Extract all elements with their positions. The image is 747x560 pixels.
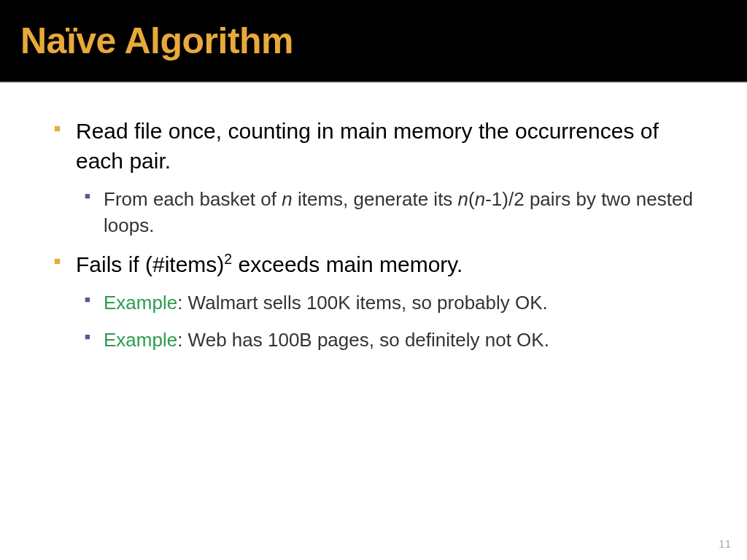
bullet-2: Fails if (#items)2 exceeds main memory. …	[51, 249, 703, 353]
b1s-n2: n	[458, 188, 468, 210]
bullet-2-example-2: Example: Web has 100B pages, so definite…	[76, 327, 703, 353]
b1s-pre: From each basket of	[104, 188, 282, 210]
b2-post: exceeds main memory.	[232, 252, 462, 276]
slide-body: Read file once, counting in main memory …	[0, 89, 747, 353]
bullet-1-text: Read file once, counting in main memory …	[76, 119, 659, 173]
b2-sup: 2	[224, 251, 232, 267]
example-label-2: Example	[104, 329, 177, 351]
slide-title: Naïve Algorithm	[20, 20, 293, 62]
title-divider	[0, 82, 747, 83]
bullet-1-sub: From each basket of n items, generate it…	[76, 186, 703, 239]
b2-pre: Fails if (#items)	[76, 252, 224, 276]
bullet-2-example-1: Example: Walmart sells 100K items, so pr…	[76, 289, 703, 316]
b1s-n1: n	[282, 188, 292, 210]
b1s-n3: n	[475, 188, 485, 210]
bullet-1: Read file once, counting in main memory …	[51, 117, 703, 239]
b1s-paren: (	[468, 188, 475, 210]
example-1-text: : Walmart sells 100K items, so probably …	[177, 292, 548, 314]
example-2-text: : Web has 100B pages, so definitely not …	[177, 329, 549, 351]
page-number: 11	[719, 537, 731, 550]
example-label-1: Example	[104, 292, 177, 314]
slide-title-bar: Naïve Algorithm	[0, 0, 747, 82]
b1s-mid: items, generate its	[293, 188, 458, 210]
